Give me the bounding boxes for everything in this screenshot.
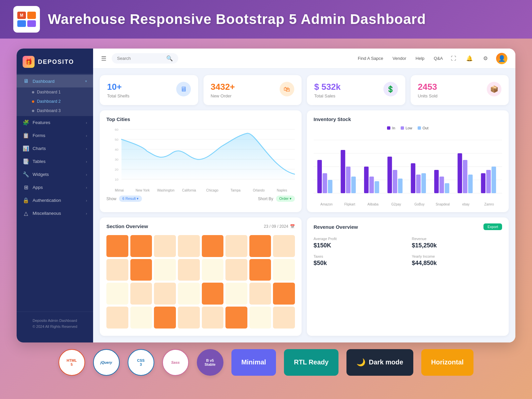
svg-rect-38 bbox=[440, 177, 444, 193]
sidebar-item-label-tables: Tables bbox=[33, 159, 82, 164]
hamburger-icon[interactable]: ☰ bbox=[101, 55, 106, 62]
search-input[interactable] bbox=[117, 56, 164, 61]
svg-text:40: 40 bbox=[115, 148, 118, 151]
topbar: ☰ 🔍 Find A Sapce Vendor Help Q&A ⛶ 🔔 ⚙ 👤 bbox=[93, 49, 515, 68]
svg-rect-40 bbox=[458, 153, 462, 193]
sidebar-sub-item-dashboard2[interactable]: Dashboard 2 bbox=[29, 97, 93, 106]
section-block bbox=[154, 283, 176, 305]
export-button[interactable]: Export bbox=[483, 223, 502, 230]
features-arrow-icon: › bbox=[86, 121, 87, 125]
sidebar-sub-item-dashboard1[interactable]: Dashboard 1 bbox=[29, 87, 93, 97]
bell-icon[interactable]: 🔔 bbox=[464, 53, 475, 64]
svg-rect-25 bbox=[341, 150, 345, 193]
authentication-icon: 🔒 bbox=[23, 197, 29, 203]
legend-label-out: Out bbox=[423, 126, 429, 130]
svg-text:10: 10 bbox=[115, 178, 118, 181]
sidebar-footer-line2: © 2024 All Rights Reserved bbox=[23, 324, 87, 330]
section-overview-date: 23 / 09 / 2024 📅 bbox=[264, 224, 295, 229]
revenue-overview-card: Revenue Overview Export Average Profit $… bbox=[307, 217, 509, 336]
topbar-link-vendor[interactable]: Vendor bbox=[393, 56, 406, 61]
gear-icon[interactable]: ⚙ bbox=[480, 53, 491, 64]
sidebar-logo-text: DEPOSITO bbox=[38, 59, 74, 66]
x-label-0: Mimai bbox=[108, 189, 131, 192]
show-result-badge[interactable]: 6 Result ▾ bbox=[119, 196, 142, 202]
section-block bbox=[202, 307, 224, 329]
show-label: Show bbox=[106, 197, 116, 201]
sidebar-item-charts[interactable]: 📊 Charts › bbox=[17, 142, 93, 155]
sidebar-item-apps[interactable]: ⊞ Apps › bbox=[17, 181, 93, 194]
expand-icon[interactable]: ⛶ bbox=[448, 53, 459, 64]
html-badge[interactable]: HTML5 bbox=[59, 349, 85, 376]
sass-badge[interactable]: Sass bbox=[162, 349, 189, 376]
css-badge[interactable]: CSS3 bbox=[128, 349, 154, 376]
stat-value-units: 2453 bbox=[418, 82, 438, 92]
sort-order-badge[interactable]: Order ▾ bbox=[276, 196, 295, 202]
svg-rect-30 bbox=[375, 181, 379, 193]
horizontal-badge[interactable]: Horizontal bbox=[421, 349, 474, 376]
section-block bbox=[225, 307, 247, 329]
section-block bbox=[249, 235, 271, 257]
bootstrap-badge[interactable]: B v5Stable bbox=[197, 349, 223, 376]
bar-chart-legend: In Low Out bbox=[314, 126, 502, 130]
dark-mode-label: Dark mode bbox=[369, 358, 403, 366]
section-block bbox=[273, 235, 295, 257]
topbar-link-help[interactable]: Help bbox=[416, 56, 425, 61]
sidebar-dashboard-section: 🖥 Dashboard ▾ Dashboard 1 Dashboard 2 bbox=[17, 74, 93, 116]
sidebar-item-features[interactable]: 🧩 Features › bbox=[17, 116, 93, 129]
sidebar-item-label-forms: Forms bbox=[33, 133, 82, 138]
jquery-badge[interactable]: jQuery bbox=[93, 349, 120, 376]
section-block bbox=[273, 283, 295, 305]
section-block bbox=[130, 235, 152, 257]
sidebar-sub-label-dashboard3: Dashboard 3 bbox=[37, 108, 61, 113]
sidebar-sub-items: Dashboard 1 Dashboard 2 Dashboard 3 bbox=[17, 87, 93, 115]
svg-rect-41 bbox=[463, 160, 467, 193]
section-block bbox=[178, 307, 200, 329]
sidebar-item-dashboard[interactable]: 🖥 Dashboard ▾ bbox=[17, 75, 93, 87]
sidebar-item-tables[interactable]: 📑 Tables › bbox=[17, 155, 93, 168]
line-chart-card: Top Cities 60 50 40 30 bbox=[100, 110, 302, 212]
revenue-value-yearly-income: $44,850k bbox=[412, 260, 502, 267]
revenue-label-yearly-income: Yearly Income bbox=[412, 254, 502, 258]
x-label-7: Naples bbox=[270, 189, 294, 192]
svg-text:60: 60 bbox=[115, 128, 118, 131]
svg-rect-34 bbox=[411, 163, 416, 193]
section-block bbox=[130, 259, 152, 281]
apps-arrow-icon: › bbox=[86, 186, 87, 190]
sidebar-item-authentication[interactable]: 🔒 Authentication › bbox=[17, 194, 93, 207]
sidebar-item-miscellaneous[interactable]: △ Miscellaneous › bbox=[17, 207, 93, 220]
sidebar-sub-item-dashboard3[interactable]: Dashboard 3 bbox=[29, 106, 93, 115]
topbar-link-findspace[interactable]: Find A Sapce bbox=[358, 56, 383, 61]
topbar-link-qa[interactable]: Q&A bbox=[434, 56, 443, 61]
section-block bbox=[154, 307, 176, 329]
bar-chart-card: Inventory Stock In Low bbox=[307, 110, 509, 212]
svg-rect-36 bbox=[421, 173, 426, 193]
svg-text:M: M bbox=[20, 13, 23, 18]
avatar[interactable]: 👤 bbox=[496, 53, 507, 64]
dashboard-card: 🎁 DEPOSITO 🖥 Dashboard ▾ Dashboard 1 bbox=[17, 49, 515, 342]
sidebar-item-widgets[interactable]: 🔧 Widgets › bbox=[17, 168, 93, 181]
svg-rect-3 bbox=[27, 20, 36, 27]
bar-chart-x-labels: Amazon Flipkart Alibaba G2pay GoBuy Snap… bbox=[314, 202, 502, 206]
bar-x-label-0: Amazon bbox=[315, 202, 338, 206]
sidebar-footer-text: Deposito Admin Dashboard © 2024 All Righ… bbox=[23, 318, 87, 330]
section-block bbox=[154, 235, 176, 257]
svg-rect-32 bbox=[393, 170, 397, 193]
revenue-grid: Average Profit $150K Revenue $15,250k Ta… bbox=[314, 235, 502, 267]
bar-x-label-4: GoBuy bbox=[408, 202, 431, 206]
section-block bbox=[178, 235, 200, 257]
revenue-overview-title: Revenue Overview bbox=[314, 224, 358, 230]
stat-value-sales: $ 532k bbox=[314, 82, 341, 92]
content-area: 10+ Total Shelfs 🖥 3432+ New Order bbox=[93, 68, 515, 342]
top-banner: M Warehouse Responsive Bootstrap 5 Admin… bbox=[0, 0, 532, 39]
minimal-badge[interactable]: Minimal bbox=[231, 349, 276, 376]
rtl-badge[interactable]: RTL Ready bbox=[284, 349, 338, 376]
bar-x-label-2: Alibaba bbox=[361, 202, 385, 206]
sidebar-item-forms[interactable]: 📋 Forms › bbox=[17, 129, 93, 142]
bar-x-label-6: ebay bbox=[454, 202, 477, 206]
stat-value-shelfs: 10+ bbox=[107, 82, 129, 92]
dark-mode-badge[interactable]: 🌙 Dark mode bbox=[346, 349, 413, 376]
dashboard-arrow-icon: ▾ bbox=[85, 79, 87, 83]
badges-section: HTML5 jQuery CSS3 Sass B v5Stable Minima… bbox=[17, 342, 515, 382]
revenue-item-avg-profit: Average Profit $150K bbox=[314, 237, 404, 249]
main-content: ☰ 🔍 Find A Sapce Vendor Help Q&A ⛶ 🔔 ⚙ 👤 bbox=[93, 49, 515, 342]
